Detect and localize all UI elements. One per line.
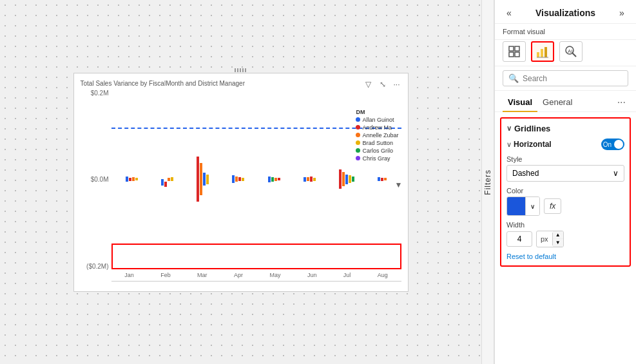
width-input[interactable] (506, 231, 532, 247)
bar-group-apr (232, 90, 244, 269)
spinner-up-btn[interactable]: ▲ (553, 231, 563, 239)
chart-area: $0.2M $0.0M ($0.2M) (81, 90, 401, 282)
svg-rect-5 (541, 49, 543, 57)
color-swatch (507, 197, 525, 215)
bar-group-jul (339, 90, 354, 269)
reset-to-default-link[interactable]: Reset to default (506, 253, 624, 260)
viz-panel-title: Visualizations (535, 8, 595, 18)
gridlines-label: Gridlines (514, 124, 550, 133)
svg-rect-2 (509, 52, 514, 57)
svg-rect-1 (515, 46, 519, 51)
style-value: Dashed (512, 169, 539, 178)
color-prop: Color ∨ fx (506, 187, 624, 216)
y-axis: $0.2M $0.0M ($0.2M) (81, 90, 111, 282)
x-label-mar: Mar (197, 272, 207, 278)
bar-group-feb (161, 90, 173, 269)
svg-text:AI: AI (568, 48, 573, 54)
bar-group-may (268, 90, 280, 269)
px-spinner: px ▲ ▼ (536, 231, 564, 247)
x-label-jul: Jul (343, 272, 351, 278)
horizontal-label: Horizontal (514, 140, 552, 149)
svg-rect-6 (544, 47, 547, 57)
tab-visual[interactable]: Visual (503, 93, 537, 112)
x-axis: Jan Feb Mar Apr May Jun Jul Aug (111, 269, 401, 281)
spinner-down-btn[interactable]: ▼ (553, 239, 563, 247)
filter-icon[interactable]: ▽ (363, 79, 374, 90)
legend-title: DM (356, 109, 398, 115)
gridlines-header: ∨ Gridlines (506, 124, 624, 133)
style-label: Style (506, 155, 624, 163)
chart-plot: Jan Feb Mar Apr May Jun Jul Aug DM Al (111, 90, 401, 282)
search-input[interactable] (523, 74, 622, 83)
style-dropdown[interactable]: Dashed ∨ (506, 165, 624, 182)
x-label-jun: Jun (307, 272, 317, 278)
color-label: Color (506, 187, 624, 195)
legend-item-andrew: Andrew Ma (356, 124, 398, 131)
color-swatch-btn[interactable]: ∨ (506, 196, 540, 216)
tabs-row: Visual General ··· (495, 91, 636, 112)
width-row: px ▲ ▼ (506, 231, 624, 247)
chart-title: Total Sales Variance by FiscalMonth and … (81, 80, 401, 87)
x-label-jan: Jan (124, 272, 134, 278)
gridlines-chevron[interactable]: ∨ (506, 124, 512, 133)
resize-handle[interactable] (235, 68, 247, 72)
viz-header: « Visualizations » (495, 0, 636, 24)
width-prop: Width px ▲ ▼ (506, 221, 624, 247)
fx-button[interactable]: fx (544, 198, 561, 214)
svg-rect-0 (509, 46, 514, 51)
toggle-knob (614, 140, 623, 149)
style-prop: Style Dashed ∨ (506, 155, 624, 182)
grid-format-btn[interactable] (503, 41, 526, 62)
chart-toolbar: ▽ ⤡ ··· (363, 79, 403, 90)
expand-icon[interactable]: ⤡ (377, 79, 389, 90)
y-label-bot: ($0.2M) (86, 263, 108, 270)
px-label: px (537, 233, 553, 245)
viz-panel: « Visualizations » Format visual (494, 0, 636, 364)
y-label-top: $0.2M (91, 90, 109, 97)
style-chevron-icon: ∨ (613, 169, 619, 178)
color-row: ∨ fx (506, 196, 624, 216)
legend-item-annelle: Annelle Zubar (356, 132, 398, 139)
chart-format-btn[interactable] (531, 41, 554, 62)
filters-panel: Filters (481, 0, 494, 364)
main-canvas: ▽ ⤡ ··· Total Sales Variance by FiscalMo… (0, 0, 481, 364)
y-label-mid: $0.0M (91, 176, 109, 183)
chart-container[interactable]: ▽ ⤡ ··· Total Sales Variance by FiscalMo… (73, 73, 409, 292)
search-box[interactable]: 🔍 (503, 70, 628, 86)
width-label: Width (506, 221, 624, 229)
search-icon: 🔍 (508, 73, 519, 83)
format-visual-label: Format visual (503, 28, 628, 35)
gridlines-section: ∨ Gridlines ∨ Horizontal On St (500, 117, 631, 267)
filters-label: Filters (483, 169, 492, 195)
spinner-buttons: ▲ ▼ (553, 231, 563, 247)
tab-more-btn[interactable]: ··· (615, 94, 628, 111)
legend-item-carlos: Carlos Grilo (356, 148, 398, 154)
format-icons-row: Format visual (495, 24, 636, 40)
svg-line-9 (573, 53, 577, 57)
horizontal-toggle[interactable]: On (601, 139, 624, 150)
expand-viz-btn[interactable]: » (615, 6, 628, 19)
scroll-arrow[interactable]: ▼ (395, 180, 403, 189)
properties-panel: ∨ Gridlines ∨ Horizontal On St (495, 112, 636, 364)
x-label-feb: Feb (160, 272, 171, 278)
toggle-on-label: On (603, 141, 612, 148)
horizontal-subsection: ∨ Horizontal On Style Dashed ∨ (506, 139, 624, 260)
svg-rect-3 (515, 52, 519, 57)
legend-item-chris: Chris Gray (356, 155, 398, 162)
svg-rect-4 (537, 52, 539, 57)
search-container: 🔍 (495, 66, 636, 91)
x-label-may: May (269, 272, 280, 278)
collapse-viz-btn[interactable]: « (503, 6, 516, 19)
format-buttons-row: AI (495, 40, 636, 66)
ai-format-btn[interactable]: AI (559, 41, 583, 62)
chart-legend: DM Allan Guinot Andrew Ma Annelle Zubar (356, 109, 398, 163)
color-chevron-icon: ∨ (525, 197, 539, 215)
legend-item-allan: Allan Guinot (356, 117, 398, 123)
more-icon[interactable]: ··· (391, 79, 403, 90)
horizontal-chevron[interactable]: ∨ (506, 140, 512, 149)
tab-general[interactable]: General (537, 93, 577, 112)
bar-group-jun (304, 90, 316, 269)
bar-group-mar (197, 90, 209, 269)
horizontal-header: ∨ Horizontal On (506, 139, 624, 150)
legend-item-brad: Brad Sutton (356, 140, 398, 146)
